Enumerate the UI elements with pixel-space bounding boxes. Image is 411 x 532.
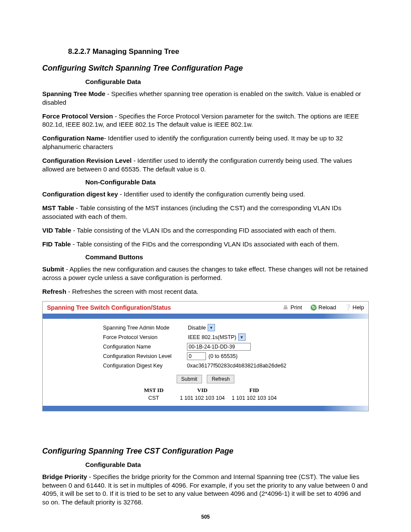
- section-number: 8.2.2.7: [68, 47, 90, 56]
- refresh-button[interactable]: Refresh: [207, 375, 234, 383]
- section-title: Managing Spanning Tree: [93, 47, 179, 56]
- th-fid: FID: [228, 386, 280, 395]
- help-icon: [345, 305, 351, 311]
- para-configuration-revision-level: Configuration Revision Level - Identifie…: [42, 156, 369, 174]
- para-submit: Submit - Applies the new configuration a…: [42, 265, 369, 282]
- para-mst-table: MST Table - Table consisting of the MST …: [42, 204, 369, 221]
- reload-button[interactable]: Reload: [311, 304, 336, 311]
- page-number: 505: [0, 514, 411, 520]
- th-vid: VID: [177, 386, 228, 395]
- td-fid: 1 101 102 103 104: [228, 395, 280, 401]
- reload-label: Reload: [318, 304, 336, 311]
- digest-key-value: 0xac36177f50283cd4b83821d8ab26de62: [187, 363, 286, 369]
- divider-bar: [43, 406, 368, 411]
- configurable-data-heading-2: Configurable Data: [85, 461, 369, 468]
- print-icon: [283, 305, 289, 311]
- para-force-protocol-version: Force Protocol Version - Specifies the F…: [42, 112, 369, 129]
- td-mst-id: CST: [131, 395, 177, 401]
- config-name-label: Configuration Name: [43, 344, 187, 350]
- admin-mode-label: Spanning Tree Admin Mode: [43, 325, 187, 331]
- table-row: CST 1 101 102 103 104 1 101 102 103 104: [131, 395, 280, 401]
- print-label: Print: [290, 304, 302, 311]
- subsection-heading: Configuring Switch Spanning Tree Configu…: [42, 64, 369, 73]
- panel-body: Spanning Tree Admin Mode Disable ▼ Force…: [43, 319, 368, 406]
- th-mst-id: MST ID: [131, 386, 177, 395]
- para-configuration-digest-key: Configuration digest key - Identifier us…: [42, 190, 369, 199]
- revision-level-hint: (0 to 65535): [209, 353, 237, 359]
- section-heading: 8.2.2.7 Managing Spanning Tree: [68, 47, 369, 56]
- force-protocol-value: IEEE 802.1s(MSTP): [188, 334, 237, 340]
- para-refresh: Refresh - Refreshes the screen with most…: [42, 287, 369, 296]
- force-protocol-select[interactable]: IEEE 802.1s(MSTP) ▼: [187, 333, 246, 341]
- command-buttons-heading: Command Buttons: [85, 253, 369, 261]
- force-protocol-label: Force Protocol Version: [43, 334, 187, 340]
- configurable-data-heading: Configurable Data: [85, 78, 369, 85]
- config-panel: Spanning Tree Switch Configuration/Statu…: [42, 301, 369, 411]
- chevron-down-icon: ▼: [238, 333, 246, 341]
- subsection-heading-2: Configuring Spanning Tree CST Configurat…: [42, 447, 369, 456]
- chevron-down-icon: ▼: [208, 324, 215, 331]
- panel-title: Spanning Tree Switch Configuration/Statu…: [47, 304, 274, 311]
- divider-bar: [43, 314, 368, 319]
- admin-mode-select[interactable]: Disable ▼: [187, 324, 216, 332]
- para-bridge-priority: Bridge Priority - Specifies the bridge p…: [42, 473, 369, 507]
- para-fid-table: FID Table - Table consisting of the FIDs…: [42, 240, 369, 249]
- panel-header: Spanning Tree Switch Configuration/Statu…: [43, 302, 368, 314]
- admin-mode-value: Disable: [188, 325, 206, 331]
- config-name-input[interactable]: [187, 343, 251, 351]
- mst-table: MST ID VID FID CST 1 101 102 103 104 1 1…: [131, 386, 280, 401]
- help-button[interactable]: Help: [345, 304, 364, 311]
- para-configuration-name: Configuration Name- Identifier used to i…: [42, 134, 369, 151]
- nonconfigurable-data-heading: Non-Configurable Data: [85, 178, 369, 186]
- td-vid: 1 101 102 103 104: [177, 395, 228, 401]
- digest-key-label: Configuration Digest Key: [43, 363, 187, 369]
- reload-icon: [311, 305, 317, 311]
- help-label: Help: [352, 304, 364, 311]
- submit-button[interactable]: Submit: [177, 375, 202, 383]
- revision-level-label: Configuration Revision Level: [43, 353, 187, 359]
- para-vid-table: VID Table - Table consisting of the VLAN…: [42, 226, 369, 235]
- para-spanning-tree-mode: Spanning Tree Mode - Specifies whether s…: [42, 90, 369, 107]
- revision-level-input[interactable]: [187, 352, 206, 360]
- print-button[interactable]: Print: [283, 304, 302, 311]
